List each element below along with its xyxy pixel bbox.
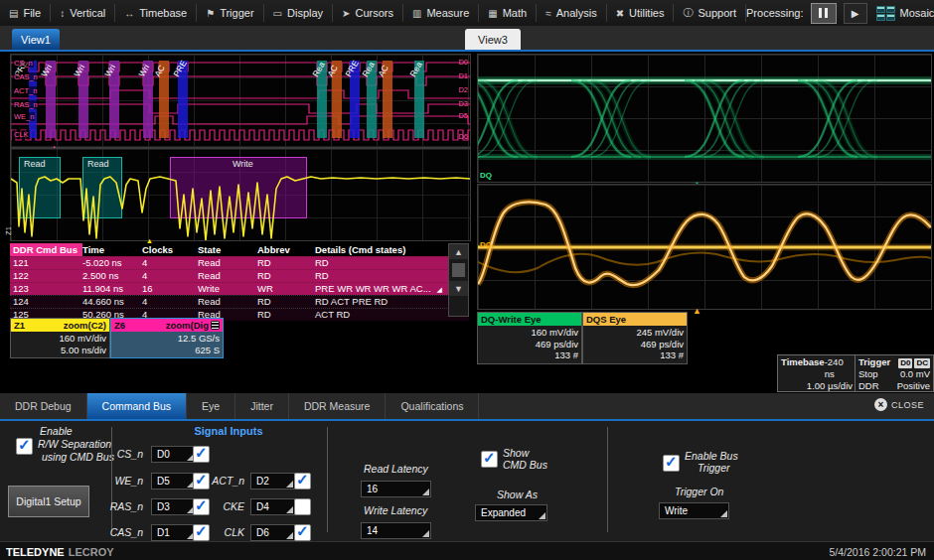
- write-latency-label: Write Latency: [364, 504, 427, 516]
- cs-label: CS_n: [109, 448, 143, 460]
- timebase-descriptor[interactable]: Timebase-240 ns 1.00 µs/div 400 kS40 GS/…: [777, 354, 856, 392]
- col-header[interactable]: Clocks: [142, 243, 198, 256]
- trigger-on-label: Trigger On: [675, 486, 723, 497]
- col-header[interactable]: Abbrev: [257, 243, 315, 256]
- cas-source-dropdown[interactable]: D1: [151, 524, 196, 541]
- digital1-setup-button[interactable]: Digital1 Setup: [8, 486, 89, 517]
- brand-lecroy: LECROY: [65, 546, 114, 558]
- analog-zoom-waveform: [11, 149, 470, 240]
- dq-channel-tag: DQ: [480, 171, 492, 180]
- vertical-icon: ↕: [60, 8, 65, 19]
- read-latency-dropdown[interactable]: 16: [361, 481, 431, 497]
- menu-utilities[interactable]: ✖Utilities: [607, 4, 675, 22]
- dq-eye-waveform: [478, 55, 931, 182]
- tab-eye[interactable]: Eye: [187, 393, 235, 419]
- tab-view1[interactable]: View1: [12, 29, 60, 50]
- trigger-descriptor[interactable]: TriggerD0DC Stop0.0 mV DDRPositive: [855, 354, 934, 392]
- col-header[interactable]: Time: [82, 243, 142, 256]
- z1-descriptor[interactable]: Z1zoom(C2) 160 mV/div5.00 ns/div: [10, 318, 110, 358]
- bus-trigger-label: Trigger: [698, 462, 729, 474]
- ddr-cmd-table: DDR Cmd Bus Time Clocks State Abbrev Det…: [10, 243, 469, 317]
- cs-enable-checkbox[interactable]: [193, 446, 210, 463]
- processing-label: Processing:: [746, 7, 803, 19]
- dq-eye-diagram-grid[interactable]: DQ: [477, 54, 932, 183]
- menu-measure[interactable]: ▥Measure: [403, 4, 479, 22]
- digital-bus-grid[interactable]: PRE Wri Wri Wri Wri AC PRE Rea AC PRE Re…: [10, 54, 471, 148]
- status-bar: TELEDYNE LECROY 5/4/2016 2:00:21 PM: [0, 541, 934, 560]
- tab-command-bus[interactable]: Command Bus: [87, 393, 187, 419]
- show-cmd-bus-checkbox[interactable]: [481, 451, 498, 468]
- cke-enable-checkbox[interactable]: [294, 498, 311, 515]
- enable-bus-trigger-checkbox[interactable]: [663, 455, 680, 472]
- cs-source-dropdown[interactable]: D0: [151, 446, 196, 463]
- menu-math[interactable]: ▦Math: [479, 4, 537, 22]
- table-row[interactable]: 12444.660 ns4ReadRDRD ACT PRE RD: [10, 295, 469, 308]
- scope-display-area: PRE Wri Wri Wri Wri AC PRE Rea AC PRE Re…: [0, 52, 934, 393]
- section-divider: [607, 427, 608, 532]
- zoom-z1-tag: Z1: [4, 225, 13, 236]
- menu-trigger[interactable]: ⚑Trigger: [197, 4, 263, 22]
- clk-source-dropdown[interactable]: D6: [250, 524, 295, 541]
- z6-descriptor[interactable]: Z6zoom(Dig 12.5 GS/s625 S: [110, 318, 224, 358]
- scroll-up-icon[interactable]: ▲: [449, 244, 468, 259]
- pause-icon: [819, 8, 822, 18]
- col-header[interactable]: Details (Cmd states): [315, 243, 444, 256]
- col-header[interactable]: DDR Cmd Bus: [10, 243, 82, 256]
- write-latency-dropdown[interactable]: 14: [361, 522, 431, 539]
- act-source-dropdown[interactable]: D2: [250, 473, 295, 490]
- mosaic-label: Mosaic: [900, 7, 934, 19]
- show-as-dropdown[interactable]: Expanded: [475, 504, 547, 521]
- pause-button[interactable]: [811, 3, 837, 24]
- scroll-thumb[interactable]: [452, 263, 465, 277]
- trigger-icon: ⚑: [206, 8, 215, 19]
- channel-label: CLK: [13, 130, 30, 139]
- row-expand-icon[interactable]: ◢: [437, 284, 442, 296]
- scroll-down-icon[interactable]: ▼: [449, 281, 468, 296]
- menu-file[interactable]: ▤File: [0, 4, 51, 22]
- close-button[interactable]: ×CLOSE: [874, 398, 924, 411]
- cas-label: CAS_n: [109, 526, 143, 538]
- mosaic-dropdown[interactable]: Mosaic: [874, 4, 934, 23]
- dq-write-eye-descriptor[interactable]: DQ-Write Eye 160 mV/div469 ps/div133 #: [477, 312, 582, 364]
- tab-ddr-debug[interactable]: DDR Debug: [0, 393, 87, 419]
- ras-source-dropdown[interactable]: D3: [151, 498, 196, 515]
- enable-rw-separation-checkbox[interactable]: [16, 438, 33, 455]
- menu-display[interactable]: ▭Display: [264, 4, 334, 22]
- tab-view3[interactable]: View3: [465, 29, 521, 50]
- dqs-eye-descriptor[interactable]: DQS Eye 245 mV/div469 ps/div133 #: [582, 312, 688, 364]
- channel-dnum: D5: [458, 111, 468, 120]
- menu-timebase[interactable]: ↔Timebase: [115, 4, 197, 22]
- ras-label: RAS_n: [109, 500, 143, 512]
- strobe-marker-icon[interactable]: ▲: [693, 307, 701, 316]
- channel-dnum: D0: [458, 58, 468, 67]
- channel-label: RAS_n: [13, 100, 39, 109]
- act-label: ACT_n: [207, 475, 244, 487]
- oscilloscope-app: ▤File ↕Vertical ↔Timebase ⚑Trigger ▭Disp…: [0, 0, 934, 560]
- menu-label: Analysis: [556, 7, 597, 19]
- menu-analysis[interactable]: ≈Analysis: [537, 4, 606, 22]
- brand-teledyne: TELEDYNE: [0, 546, 65, 558]
- menu-label: Support: [698, 7, 736, 19]
- zoom-trace-grid[interactable]: Read Read Write Z1: [10, 148, 471, 241]
- menu-support[interactable]: ⓘSupport: [674, 4, 746, 22]
- timebase-icon: ↔: [124, 8, 134, 19]
- play-button[interactable]: ▶: [844, 3, 867, 24]
- enable-rw-label: Enable: [40, 425, 73, 437]
- col-header[interactable]: State: [198, 243, 257, 256]
- tab-jitter[interactable]: Jitter: [235, 393, 289, 419]
- table-row[interactable]: 121-5.020 ns4ReadRDRD: [10, 256, 469, 269]
- menu-cursors[interactable]: ➤Cursors: [333, 4, 403, 22]
- trigger-on-dropdown[interactable]: Write: [659, 502, 729, 519]
- act-enable-checkbox[interactable]: [294, 473, 311, 490]
- cke-source-dropdown[interactable]: D4: [250, 498, 295, 515]
- math-icon: ▦: [488, 8, 497, 19]
- tab-ddr-measure[interactable]: DDR Measure: [289, 393, 387, 419]
- clk-enable-checkbox[interactable]: [294, 524, 311, 541]
- we-source-dropdown[interactable]: D5: [151, 473, 196, 490]
- menu-vertical[interactable]: ↕Vertical: [51, 4, 115, 22]
- table-row[interactable]: 1222.500 ns4ReadRDRD: [10, 269, 469, 282]
- tab-qualifications[interactable]: Qualifications: [386, 393, 479, 419]
- dqs-trace-grid[interactable]: DQ: [477, 184, 932, 310]
- menu-label: Utilities: [629, 7, 664, 19]
- table-row[interactable]: 12311.904 ns16WriteWRPRE WR WR WR WR AC.…: [10, 282, 469, 295]
